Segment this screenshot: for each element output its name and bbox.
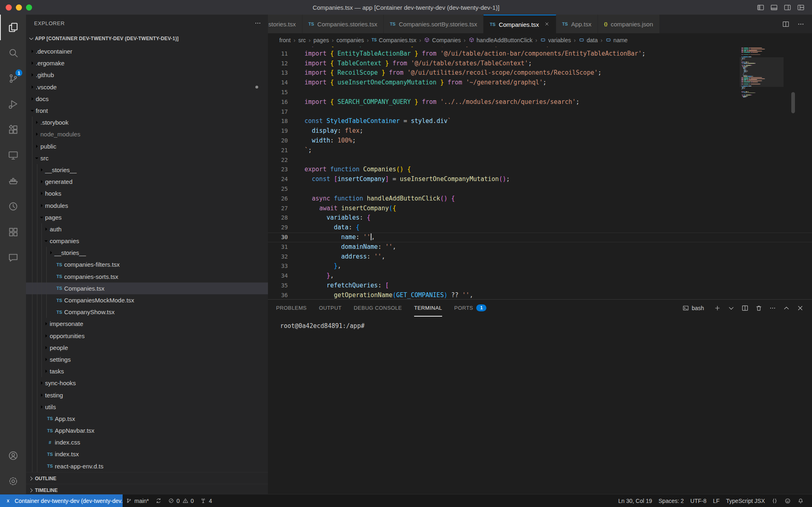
- forwarded-ports-indicator[interactable]: 4: [197, 494, 215, 507]
- breadcrumb-item-variables[interactable]: variables: [540, 37, 571, 43]
- trash-icon[interactable]: [755, 304, 762, 312]
- editor-scrollbar-thumb[interactable]: [791, 92, 795, 113]
- code-line-15[interactable]: 15: [268, 88, 812, 97]
- tree-folder-.github[interactable]: .github: [26, 69, 268, 81]
- minimize-window-button[interactable]: [16, 4, 22, 11]
- sync-changes-button[interactable]: [152, 494, 165, 507]
- tree-folder-sync-hooks[interactable]: sync-hooks: [26, 377, 268, 389]
- code-line-21[interactable]: 21`;: [268, 146, 812, 155]
- status-encoding[interactable]: UTF-8: [687, 494, 710, 507]
- tab-Companies.stories.tsx[interactable]: TSCompanies.stories.tsx: [302, 15, 384, 33]
- panel-tab-problems[interactable]: PROBLEMS: [276, 300, 307, 317]
- panel-tab-terminal[interactable]: TERMINAL: [414, 300, 442, 317]
- code-line-26[interactable]: 26 async function handleAddButtonClick()…: [268, 194, 812, 204]
- tree-folder-front[interactable]: front: [26, 105, 268, 117]
- breadcrumb-item-data[interactable]: data: [579, 37, 598, 43]
- branch-indicator[interactable]: main*: [123, 494, 152, 507]
- tree-folder-public[interactable]: public: [26, 140, 268, 152]
- breadcrumb-item-front[interactable]: front: [279, 37, 291, 43]
- code-line-23[interactable]: 23export function Companies() {: [268, 165, 812, 175]
- breadcrumb-item-src[interactable]: src: [298, 37, 306, 43]
- activity-explorer[interactable]: [0, 15, 26, 40]
- breadcrumb-item-pages[interactable]: pages: [313, 37, 329, 43]
- status-language-mode[interactable]: TypeScript JSX: [723, 494, 768, 507]
- more-actions-icon[interactable]: [254, 19, 261, 27]
- activity-accounts[interactable]: [0, 443, 26, 468]
- tree-folder-.ergomake[interactable]: .ergomake: [26, 57, 268, 69]
- code-line-28[interactable]: 28 variables: {: [268, 213, 812, 223]
- tree-folder-node_modules[interactable]: node_modules: [26, 128, 268, 140]
- code-line-30[interactable]: 30 name: '',: [268, 233, 812, 242]
- toggle-primary-sidebar-icon[interactable]: [757, 4, 764, 11]
- activity-source-control[interactable]: 1: [0, 66, 26, 91]
- code-line-32[interactable]: 32 address: '',: [268, 252, 812, 262]
- tab-Companies.tsx[interactable]: TSCompanies.tsx: [484, 15, 556, 33]
- timeline-section-header[interactable]: TIMELINE: [26, 484, 268, 494]
- code-line-24[interactable]: 24 const [insertCompany] = useInsertOneC…: [268, 175, 812, 184]
- tree-folder-__stories__[interactable]: __stories__: [26, 247, 268, 259]
- tree-folder-auth[interactable]: auth: [26, 223, 268, 235]
- terminal-shell-selector[interactable]: bash: [682, 305, 704, 311]
- activity-grid[interactable]: [0, 219, 26, 245]
- activity-chat[interactable]: [0, 245, 26, 270]
- more-icon[interactable]: [797, 20, 805, 28]
- tree-folder-tasks[interactable]: tasks: [26, 365, 268, 377]
- toggle-panel-icon[interactable]: [770, 4, 778, 11]
- tree-file-index.css[interactable]: #index.css: [26, 436, 268, 448]
- tab-companies.json[interactable]: {}companies.json: [598, 15, 660, 33]
- chevron-down-icon[interactable]: [728, 304, 735, 312]
- remote-indicator[interactable]: Container dev-twenty-dev (dev-twenty-dev…: [0, 494, 123, 507]
- minimap[interactable]: [741, 47, 782, 98]
- tree-folder-.devcontainer[interactable]: .devcontainer: [26, 45, 268, 57]
- toggle-secondary-sidebar-icon[interactable]: [784, 4, 791, 11]
- new-terminal-icon[interactable]: [714, 304, 721, 312]
- tree-folder-.storybook[interactable]: .storybook: [26, 117, 268, 128]
- code-line-13[interactable]: 13import { RecoilScope } from '@/ui/util…: [268, 68, 812, 78]
- terminal-content[interactable]: root@0a42ecd84891:/app#: [268, 317, 812, 330]
- activity-docker[interactable]: [0, 168, 26, 194]
- code-line-14[interactable]: 14import { useInsertOneCompanyMutation }…: [268, 78, 812, 88]
- activity-remote-explorer[interactable]: [0, 142, 26, 168]
- panel-tab-debug-console[interactable]: DEBUG CONSOLE: [354, 300, 402, 317]
- status-indentation[interactable]: Spaces: 2: [655, 494, 687, 507]
- tree-folder-companies[interactable]: companies: [26, 235, 268, 247]
- code-line-31[interactable]: 31 domainName: '',: [268, 242, 812, 252]
- code-line-35[interactable]: 35 refetchQueries: [: [268, 281, 812, 291]
- chevron-up-icon[interactable]: [783, 304, 790, 312]
- tab-Companies.sortBy.stories.tsx[interactable]: TSCompanies.sortBy.stories.tsx: [384, 15, 484, 33]
- tree-folder-src[interactable]: src: [26, 152, 268, 164]
- tree-folder-docs[interactable]: docs: [26, 93, 268, 105]
- tab-stories.tsx[interactable]: stories.tsx: [268, 15, 302, 33]
- panel-tab-ports[interactable]: PORTS1: [454, 300, 487, 317]
- code-line-17[interactable]: 17: [268, 107, 812, 117]
- activity-gitlens[interactable]: [0, 194, 26, 219]
- code-line-27[interactable]: 27 await insertCompany({: [268, 204, 812, 214]
- code-line-25[interactable]: 25: [268, 184, 812, 194]
- zoom-window-button[interactable]: [26, 4, 32, 11]
- outline-section-header[interactable]: OUTLINE: [26, 472, 268, 484]
- code-line-18[interactable]: 18const StyledTableContainer = styled.di…: [268, 117, 812, 126]
- tree-file-CompanyShow.tsx[interactable]: TSCompanyShow.tsx: [26, 306, 268, 318]
- status-feedback[interactable]: [781, 494, 794, 507]
- breadcrumb-item-Companies.tsx[interactable]: TSCompanies.tsx: [371, 37, 416, 43]
- breadcrumb-item-Companies[interactable]: Companies: [424, 37, 461, 43]
- code-line-22[interactable]: 22: [268, 155, 812, 165]
- tree-folder-modules[interactable]: modules: [26, 199, 268, 211]
- tree-folder-opportunities[interactable]: opportunities: [26, 330, 268, 342]
- tree-file-App.tsx[interactable]: TSApp.tsx: [26, 413, 268, 425]
- tree-folder-hooks[interactable]: hooks: [26, 188, 268, 199]
- code-line-34[interactable]: 34 },: [268, 271, 812, 281]
- code-line-20[interactable]: 20 width: 100%;: [268, 136, 812, 146]
- tree-file-react-app-env.d.ts[interactable]: TSreact-app-env.d.ts: [26, 460, 268, 472]
- close-window-button[interactable]: [6, 4, 12, 11]
- code-line-33[interactable]: 33 },: [268, 261, 812, 271]
- tree-folder-people[interactable]: people: [26, 342, 268, 354]
- activity-extensions[interactable]: [0, 117, 26, 142]
- breadcrumb-item-handleAddButtonClick[interactable]: handleAddButtonClick: [469, 37, 533, 43]
- code-line-16[interactable]: 16import { SEARCH_COMPANY_QUERY } from '…: [268, 97, 812, 107]
- tree-folder-__stories__[interactable]: __stories__: [26, 164, 268, 176]
- activity-settings[interactable]: [0, 468, 26, 494]
- tree-folder-impersonate[interactable]: impersonate: [26, 318, 268, 330]
- tree-folder-generated[interactable]: generated: [26, 176, 268, 188]
- code-line-29[interactable]: 29 data: {: [268, 223, 812, 233]
